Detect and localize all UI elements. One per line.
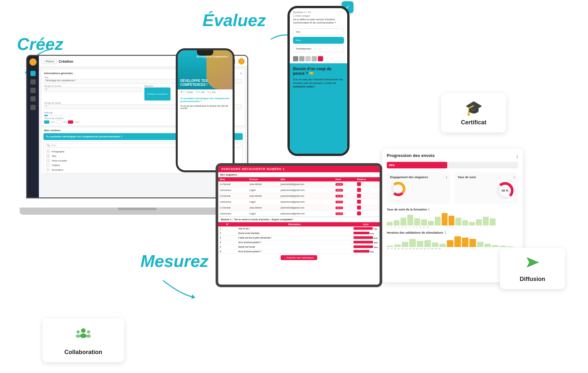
titre2-label: Titre	[63, 121, 67, 123]
clock-icon: 🕐	[196, 91, 199, 93]
phone-body-text: Tu es au bon endroit pour te donner les …	[178, 105, 233, 109]
help-text-before: Si tu ne sais pas comment sélectionner t…	[293, 78, 343, 85]
temps-lecture-field: Temps de lecture 1	[44, 85, 142, 101]
label-mesurez: Mesurez	[140, 251, 208, 271]
sim-table-row: 3Il était une fois le petit commercial !…	[218, 236, 380, 240]
phone-quiz-wrapper: ✓ Question 1 / 13 : 1 choix unique As-tu…	[287, 6, 356, 166]
table-cell: 31:18	[334, 193, 355, 199]
quiz-option-oui[interactable]: Oui	[293, 28, 344, 35]
sidebar-icon-grid[interactable]	[30, 79, 36, 85]
engagement-info-icon[interactable]: ℹ	[446, 176, 447, 181]
horaires-label: Horaires des validations de stimulations	[387, 231, 443, 234]
info-icon[interactable]: ℹ	[516, 154, 518, 159]
chart-bar	[483, 217, 489, 225]
search-icon: 🔍	[47, 144, 50, 147]
chart-label-item: 11	[423, 226, 425, 228]
analytics-title: Progression des envois	[387, 153, 435, 158]
fond-label: Fond	[51, 121, 55, 123]
horaires-label-item: 14h	[416, 248, 418, 250]
arrow-mesurez-svg	[154, 274, 199, 307]
sim-table-cell: 5	[218, 245, 237, 249]
filter-placeholder: Filter	[51, 144, 57, 147]
phone-quiz-body: Question 1 / 13 : 1 choix unique As-tu d…	[287, 6, 350, 156]
sim-table-cell: 3	[218, 236, 237, 240]
phone-center-wrapper: Développe tes compétences ! DÉVELOPPE TE…	[176, 48, 241, 179]
sim-col-n: N°	[218, 222, 237, 226]
table-cell: pauloureux@gmail.com	[279, 211, 334, 217]
tablet-screen: PARCOURS DÉCOUVERTE NUMÉRO 1 Mes stagiai…	[218, 166, 380, 285]
table-cell	[355, 205, 380, 211]
table-cell: 11:18	[334, 211, 355, 217]
quiz-help-title: Besoin d'un coup de pouce ? 🤜	[293, 67, 344, 76]
texte-encadre-label: Texte encadré	[52, 159, 67, 162]
suivi-circle-wrapper: 50 %	[495, 181, 515, 200]
sidebar-icon-home[interactable]	[30, 71, 36, 76]
table-cell: Lamoureux	[218, 187, 248, 193]
chart-bar	[414, 218, 420, 225]
horaires-info[interactable]: ℹ	[445, 231, 446, 234]
export-button[interactable]: ↓ J'exporte mes statistiques	[281, 255, 317, 260]
chart-bar	[407, 215, 413, 225]
diff-btn-2[interactable]	[49, 115, 53, 116]
banner-text: Développe tes compétences	[147, 93, 168, 95]
sim-table-cell: 2	[218, 231, 237, 236]
diffusion-card: Diffusion	[500, 248, 565, 289]
table-cell: 14:16	[334, 199, 355, 205]
accordeon-label: Accordéon	[52, 168, 63, 171]
diff-btn-1[interactable]	[44, 115, 48, 116]
temps-lecture-label: Temps de lecture	[44, 85, 142, 87]
donut-chart	[390, 181, 406, 197]
horaires-label-item: 12h	[409, 248, 411, 250]
table-cell: Jean-Michel	[248, 193, 279, 199]
chart-label-item: 7	[408, 226, 411, 228]
horaires-label-item: 15h	[420, 248, 422, 250]
collaboration-card: Collaboration	[42, 318, 124, 362]
suivi-title: Taux de suivi	[458, 176, 476, 179]
temps-lecture-input[interactable]: 1	[44, 87, 142, 92]
certificat-icon: 🎓	[465, 100, 483, 117]
quiz-option-partiellement[interactable]: Partiellement	[293, 45, 344, 52]
horaires-bar	[462, 238, 468, 247]
swatch-gray	[293, 56, 298, 61]
engagement-title: Engagement des stagiaires	[390, 176, 428, 179]
back-button[interactable]: ‹ Retour	[41, 59, 57, 64]
swatch-titre[interactable]	[57, 120, 62, 124]
horaires-bar	[424, 240, 431, 247]
horaires-chart	[387, 236, 518, 247]
sidebar-icon-user[interactable]	[30, 105, 36, 110]
stagiaires-section-title: Mes stagiaires :	[218, 172, 380, 177]
diff-btn-3[interactable]	[54, 115, 58, 116]
sidebar-icon-settings[interactable]	[30, 96, 36, 101]
phone-header-image: Développe tes compétences ! DÉVELOPPE TE…	[178, 50, 233, 89]
chart-label-item: 12	[426, 226, 429, 228]
citation-label: Citation	[52, 164, 60, 167]
label-creez: Créez	[17, 34, 63, 54]
chart-bar	[476, 219, 482, 225]
phone-center-screen: Développe tes compétences ! DÉVELOPPE TE…	[178, 50, 233, 170]
sim-table-row: 2Donne envie d'acheter65%	[218, 231, 380, 236]
horaires-bar	[484, 244, 491, 247]
collab-icon	[74, 325, 92, 346]
swatch-autre[interactable]	[68, 120, 73, 124]
table-cell: jeanmichel@gmail.com	[279, 193, 334, 199]
sim-table-cell: 4	[218, 240, 237, 245]
swatch-fond[interactable]	[44, 120, 49, 124]
quiz-options: Oui Non Partiellement	[290, 26, 347, 54]
quiz-option-non[interactable]: Non	[293, 37, 344, 44]
sim-col-stim: Stimulation	[237, 222, 352, 226]
svg-point-13	[86, 334, 91, 338]
suivi-info-icon[interactable]: ℹ	[514, 176, 515, 181]
time1-label: 1 min	[199, 91, 205, 93]
col-prenom: Prénom	[248, 177, 279, 181]
suivi-formation-info[interactable]: ℹ	[428, 208, 430, 211]
quiz-question-text: As-tu défini un plan annuel d'actions co…	[293, 18, 344, 25]
table-row: Le DennatJean-Micheljeanmichel@gmail.com…	[218, 205, 380, 211]
diff-btn-4[interactable]	[59, 115, 63, 116]
sidebar-icon-chart[interactable]	[30, 88, 36, 93]
label-evaluez: Évaluez	[203, 10, 266, 30]
diffusion-icon	[525, 255, 540, 273]
autre-label: Autre	[74, 121, 79, 123]
table-cell: Logan	[248, 187, 279, 193]
help-text-bold: nombreux outils !	[293, 85, 315, 88]
svg-point-8	[81, 328, 86, 333]
